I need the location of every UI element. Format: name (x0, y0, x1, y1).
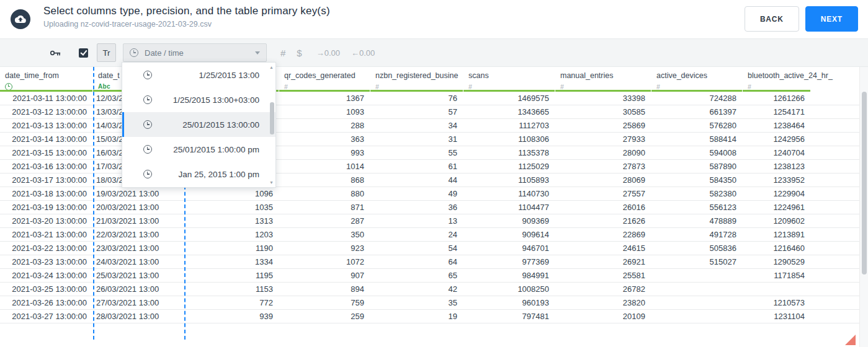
table-cell: 1209602 (743, 214, 811, 227)
table-cell: 960193 (463, 296, 555, 309)
column-quality-bar (0, 90, 92, 92)
wizard-actions: BACK NEXT (745, 6, 858, 32)
column-header-manual_entries[interactable]: manual_entries# (555, 67, 651, 92)
table-cell: 797481 (463, 310, 555, 323)
table-cell: 33398 (555, 92, 651, 105)
back-button[interactable]: BACK (745, 6, 799, 32)
table-cell: 984991 (463, 269, 555, 282)
column-header-qr_codes_generated[interactable]: qr_codes_generated# (279, 67, 370, 92)
table-cell: 1261266 (743, 92, 811, 105)
table-cell: 871 (279, 201, 370, 214)
clock-icon (143, 170, 152, 178)
table-cell: 2021-03-21 13:00:00 (0, 228, 93, 241)
table-cell: 21626 (555, 214, 651, 227)
table-cell: 363 (279, 133, 370, 146)
decrease-decimals-button[interactable]: ←0.00 (351, 48, 375, 58)
table-cell: 1469575 (463, 92, 555, 105)
format-option[interactable]: 1/25/2015 13:00 (122, 63, 275, 87)
column-header-bluetooth_active_24_hr_[interactable]: bluetooth_active_24_hr_# (743, 67, 811, 92)
table-cell: 23820 (555, 296, 651, 309)
filler-cell (811, 133, 859, 146)
table-cell: 1105893 (463, 174, 555, 187)
filler-cell (811, 105, 859, 118)
vertical-scrollbar-thumb[interactable] (862, 92, 867, 275)
filler-cell (811, 242, 859, 255)
topbar: Select columns type, precision, and the … (0, 0, 868, 38)
table-row: 2021-03-20 13:00:0021/03/2021 13:0013132… (0, 214, 859, 228)
column-header-date_time_from[interactable]: date_time_from (0, 67, 93, 92)
column-name: qr_codes_generated (284, 71, 370, 80)
column-quality-bar (555, 90, 651, 92)
table-cell: 1229904 (743, 187, 811, 200)
table-cell: 1035 (186, 201, 279, 214)
column-type-label: # (748, 83, 751, 90)
clock-icon (130, 48, 138, 57)
table-cell: 1238123 (743, 160, 811, 173)
format-option[interactable]: Jan 25, 2015 1:00 pm (122, 162, 275, 187)
column-type-label: Abc (98, 83, 110, 90)
table-cell: 350 (279, 228, 370, 241)
format-option[interactable]: 25/01/2015 1:00:00 pm (122, 137, 275, 162)
table-cell: 2021-03-27 13:00:00 (0, 310, 93, 323)
table-cell: 923 (279, 242, 370, 255)
column-quality-bar (463, 90, 555, 92)
table-cell: 1014 (279, 160, 370, 173)
table-cell: 27933 (555, 133, 651, 146)
table-row: 2021-03-21 13:00:0022/03/2021 13:0012033… (0, 228, 859, 242)
table-cell: 584350 (651, 174, 743, 187)
boolean-type-checkbox[interactable] (79, 48, 88, 58)
table-cell: 1334 (186, 255, 279, 268)
clock-icon (143, 120, 152, 129)
table-cell: 594008 (651, 146, 743, 159)
table-cell: 1096 (186, 187, 279, 200)
table-cell: 1233952 (743, 174, 811, 187)
table-cell: 1140730 (463, 187, 555, 200)
table-cell: 21/03/2021 13:00 (93, 214, 186, 227)
table-cell (651, 310, 743, 323)
next-button[interactable]: NEXT (805, 6, 858, 32)
column-header-active_devices[interactable]: active_devices# (651, 67, 743, 92)
table-cell: 57 (370, 105, 463, 118)
table-cell: 28/03/2021 13:00 (93, 310, 186, 323)
table-cell: 44 (370, 174, 463, 187)
primary-key-icon[interactable] (48, 46, 61, 59)
table-cell: 1112703 (463, 119, 555, 132)
column-header-scans[interactable]: scans# (463, 67, 555, 92)
column-name: active_devices (656, 71, 743, 80)
text-type-button[interactable]: Tr (97, 43, 116, 62)
table-cell: 25/03/2021 13:00 (93, 269, 186, 282)
table-cell: 27557 (555, 187, 651, 200)
clock-icon (5, 83, 12, 90)
currency-type-button[interactable]: $ (297, 48, 302, 58)
table-cell: 939 (186, 310, 279, 323)
table-row: 2021-03-27 13:00:0028/03/2021 13:0093925… (0, 310, 859, 323)
table-cell: 909614 (463, 228, 555, 241)
table-cell: 772 (186, 296, 279, 309)
table-cell: 894 (279, 283, 370, 296)
table-cell: 1290529 (743, 255, 811, 268)
format-option-label: 25/01/2015 1:00:00 pm (158, 145, 259, 154)
scroll-up-arrow-icon[interactable] (269, 65, 274, 69)
scroll-down-arrow-icon[interactable] (269, 180, 274, 185)
column-quality-bar (370, 90, 463, 92)
table-cell: 20109 (555, 310, 651, 323)
table-cell: 287 (279, 214, 370, 227)
column-quality-bar (279, 90, 370, 92)
integer-type-button[interactable]: # (280, 48, 285, 58)
table-cell: 61 (370, 160, 463, 173)
increase-decimals-button[interactable]: →0.00 (316, 48, 340, 58)
table-cell: 1195 (186, 269, 279, 282)
vertical-scrollbar[interactable] (859, 67, 868, 347)
table-cell: 65 (370, 269, 463, 282)
table-row: 2021-03-22 13:00:0023/03/2021 13:0011909… (0, 242, 859, 255)
column-header-nzbn_registered_busine[interactable]: nzbn_registered_busine# (370, 67, 463, 92)
table-cell: 26016 (555, 201, 651, 214)
format-option[interactable]: 1/25/2015 13:00+03:00 (122, 87, 275, 112)
format-option[interactable]: 25/01/2015 13:00:00 (122, 112, 275, 137)
dropdown-scrollbar-thumb[interactable] (270, 102, 274, 134)
table-cell: 259 (279, 310, 370, 323)
filler-column-header (811, 67, 859, 92)
import-wizard: Select columns type, precision, and the … (0, 0, 868, 347)
datetime-type-select[interactable]: Date / time (123, 43, 267, 62)
table-cell: 19 (370, 310, 463, 323)
